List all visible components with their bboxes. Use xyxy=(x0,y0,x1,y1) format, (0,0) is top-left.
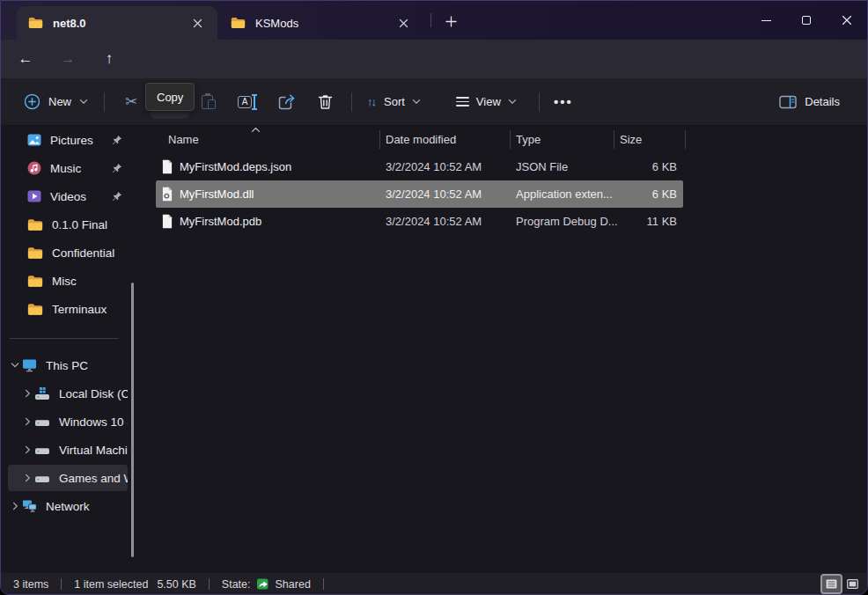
file-name: MyFirstMod.pdb xyxy=(180,215,261,228)
close-button[interactable] xyxy=(827,1,867,40)
sidebar-scrollbar[interactable] xyxy=(131,283,134,557)
back-button[interactable]: ← xyxy=(12,46,39,72)
delete-button[interactable] xyxy=(305,85,344,119)
forward-button[interactable]: → xyxy=(55,46,81,72)
maximize-button[interactable] xyxy=(786,1,827,40)
pin-icon xyxy=(112,191,122,202)
sidebar-item-network[interactable]: Network xyxy=(8,493,128,519)
chevron-right-icon[interactable] xyxy=(20,445,34,454)
large-icons-view-toggle[interactable] xyxy=(843,576,862,592)
dll-file-icon xyxy=(161,187,173,202)
shared-icon xyxy=(256,577,270,591)
chevron-right-icon[interactable] xyxy=(20,389,34,398)
sidebar-item-folder[interactable]: Terminaux xyxy=(8,296,128,322)
file-rows: MyFirstMod.deps.json 3/2/2024 10:52 AM J… xyxy=(140,153,868,235)
sort-ascending-icon xyxy=(251,127,261,133)
sidebar-item-folder[interactable]: Confidential xyxy=(8,239,128,266)
file-icon xyxy=(161,214,173,229)
sidebar-item-drive-windows10[interactable]: Windows 10 (D xyxy=(8,408,128,435)
tab-net8.0[interactable]: net8.0 xyxy=(17,6,217,40)
chevron-down-icon[interactable] xyxy=(8,362,22,369)
tab-close-icon[interactable] xyxy=(392,11,415,34)
new-button[interactable]: New xyxy=(15,85,97,119)
table-row[interactable]: MyFirstMod.deps.json 3/2/2024 10:52 AM J… xyxy=(156,153,683,180)
navigation-bar: ← → ↑ ••• MyFirstMod bin Debug net8.0 xyxy=(1,40,867,78)
more-options-button[interactable]: ••• xyxy=(547,85,580,119)
chevron-right-icon[interactable] xyxy=(20,417,34,426)
chevron-down-icon xyxy=(508,99,517,105)
column-header-size[interactable]: Size xyxy=(620,133,642,146)
sidebar-item-drive-virtual-machines[interactable]: Virtual Machin xyxy=(8,437,128,463)
details-view-toggle[interactable] xyxy=(822,576,841,592)
tab-ksmods[interactable]: KSMods xyxy=(219,6,423,40)
file-explorer-window: net8.0 KSMods ← → ↑ xyxy=(0,0,868,595)
view-toggles xyxy=(822,576,862,592)
folder-icon xyxy=(231,17,246,29)
column-header-date-modified[interactable]: Date modified xyxy=(386,133,456,146)
sidebar-item-music[interactable]: Music xyxy=(8,155,128,181)
share-button[interactable] xyxy=(267,85,305,119)
sort-button-label: Sort xyxy=(384,95,405,108)
new-tab-button[interactable] xyxy=(438,9,464,33)
file-name: MyFirstMod.dll xyxy=(180,187,254,201)
file-icon xyxy=(161,159,173,174)
state-label: State: xyxy=(222,578,251,591)
column-resize-handle[interactable] xyxy=(614,130,614,149)
new-button-label: New xyxy=(48,95,71,108)
folder-icon xyxy=(27,218,43,231)
file-date-modified: 3/2/2024 10:52 AM xyxy=(386,215,482,228)
sidebar-separator xyxy=(10,338,119,339)
column-resize-handle[interactable] xyxy=(379,130,380,149)
details-pane-icon xyxy=(779,95,797,109)
view-button-label: View xyxy=(476,95,501,108)
share-icon xyxy=(277,93,296,111)
sidebar-item-pictures[interactable]: Pictures xyxy=(8,127,128,153)
view-button[interactable]: View xyxy=(448,85,525,119)
videos-icon xyxy=(27,189,41,203)
sidebar-item-folder[interactable]: 0.1.0 Final xyxy=(8,211,128,238)
sidebar-item-drive-c[interactable]: Local Disk (C:) xyxy=(8,380,128,407)
file-size: 6 KB xyxy=(652,160,677,173)
toolbar-divider xyxy=(539,92,540,112)
toolbar-divider xyxy=(104,92,105,112)
circle-plus-icon xyxy=(24,93,40,110)
column-header-type[interactable]: Type xyxy=(516,133,541,146)
sort-button[interactable]: ↑↓ Sort xyxy=(359,85,429,119)
table-row[interactable]: MyFirstMod.pdb 3/2/2024 10:52 AM Program… xyxy=(156,208,683,235)
items-count: 3 items xyxy=(13,578,48,591)
sort-arrows-icon: ↑↓ xyxy=(367,95,375,108)
network-icon xyxy=(22,499,37,513)
column-headers: Name Date modified Type Size xyxy=(140,126,868,153)
file-type: Program Debug D... xyxy=(516,215,618,228)
selected-size: 5.50 KB xyxy=(157,578,195,591)
tab-divider xyxy=(430,13,431,27)
more-icon: ••• xyxy=(554,94,573,109)
column-resize-handle[interactable] xyxy=(685,130,686,149)
up-button[interactable]: ↑ xyxy=(96,46,122,72)
status-bar: 3 items 1 item selected 5.50 KB State: S… xyxy=(1,573,867,595)
details-pane-button[interactable]: Details xyxy=(771,85,848,119)
sidebar-item-drive-games[interactable]: Games and Wo xyxy=(8,465,128,491)
chevron-down-icon xyxy=(79,99,88,105)
minimize-button[interactable] xyxy=(746,1,786,40)
statusbar-separator xyxy=(61,578,62,590)
column-resize-handle[interactable] xyxy=(510,130,511,149)
this-pc-icon xyxy=(22,358,37,372)
details-pane-label: Details xyxy=(805,95,840,108)
caption-controls xyxy=(746,1,867,40)
table-row-selected[interactable]: MyFirstMod.dll 3/2/2024 10:52 AM Applica… xyxy=(156,180,683,208)
sidebar-item-this-pc[interactable]: This PC xyxy=(8,352,128,378)
rename-button[interactable]: A xyxy=(228,85,267,119)
tab-close-icon[interactable] xyxy=(186,11,209,34)
trash-icon xyxy=(317,93,334,111)
rename-icon: A xyxy=(238,93,257,111)
column-header-name[interactable]: Name xyxy=(168,133,199,146)
drive-icon xyxy=(34,444,50,457)
sidebar-item-folder[interactable]: Misc xyxy=(8,268,128,294)
state-value: Shared xyxy=(276,578,311,591)
paste-button[interactable] xyxy=(189,85,228,119)
file-size: 6 KB xyxy=(652,187,677,201)
chevron-right-icon[interactable] xyxy=(20,474,34,482)
sidebar-item-videos[interactable]: Videos xyxy=(8,183,128,209)
chevron-right-icon[interactable] xyxy=(8,502,22,511)
